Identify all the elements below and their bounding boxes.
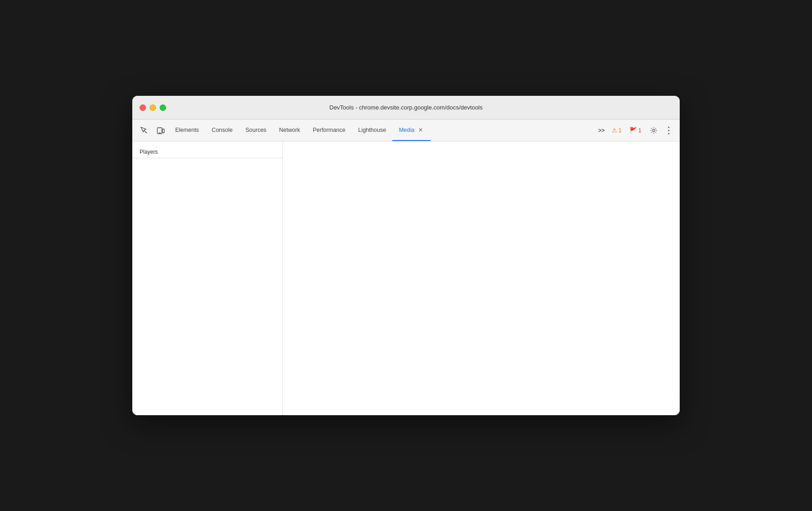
more-options-button[interactable] <box>663 124 674 137</box>
error-flag-icon: 🚩 <box>630 127 637 134</box>
tab-elements[interactable]: Elements <box>169 120 205 141</box>
content-area: Players <box>132 141 680 415</box>
tab-lighthouse[interactable]: Lighthouse <box>352 120 392 141</box>
warning-icon: ⚠ <box>612 127 617 134</box>
toolbar-right: ⚠ 1 🚩 1 <box>609 124 676 137</box>
tab-media[interactable]: Media ✕ <box>392 120 431 141</box>
tab-performance[interactable]: Performance <box>307 120 352 141</box>
tab-network[interactable]: Network <box>273 120 307 141</box>
traffic-lights <box>140 104 166 111</box>
sidebar-divider <box>132 158 282 158</box>
maximize-button[interactable] <box>160 104 166 111</box>
svg-rect-3 <box>162 129 164 133</box>
devtools-window: DevTools - chrome.devsite.corp.google.co… <box>132 96 680 415</box>
tab-list: Elements Console Sources Network Perform… <box>169 120 594 141</box>
svg-point-7 <box>668 130 670 131</box>
main-panel <box>283 141 680 415</box>
warning-badge[interactable]: ⚠ 1 <box>609 126 625 135</box>
settings-button[interactable] <box>647 124 661 137</box>
svg-point-5 <box>653 129 655 131</box>
svg-point-6 <box>668 126 670 128</box>
tab-sources[interactable]: Sources <box>239 120 273 141</box>
minimize-button[interactable] <box>150 104 156 111</box>
window-title: DevTools - chrome.devsite.corp.google.co… <box>329 104 483 111</box>
device-toggle-icon[interactable] <box>152 122 169 139</box>
svg-line-0 <box>144 130 147 133</box>
players-label: Players <box>132 146 282 158</box>
error-badge[interactable]: 🚩 1 <box>627 126 644 135</box>
svg-point-8 <box>668 133 670 134</box>
close-button[interactable] <box>140 104 146 111</box>
sidebar: Players <box>132 141 283 415</box>
toolbar: Elements Console Sources Network Perform… <box>132 120 680 141</box>
more-tabs-button[interactable]: >> <box>594 122 609 139</box>
tab-media-close[interactable]: ✕ <box>417 126 424 134</box>
tab-console[interactable]: Console <box>205 120 239 141</box>
inspect-icon[interactable] <box>136 122 152 139</box>
title-bar: DevTools - chrome.devsite.corp.google.co… <box>132 96 680 120</box>
